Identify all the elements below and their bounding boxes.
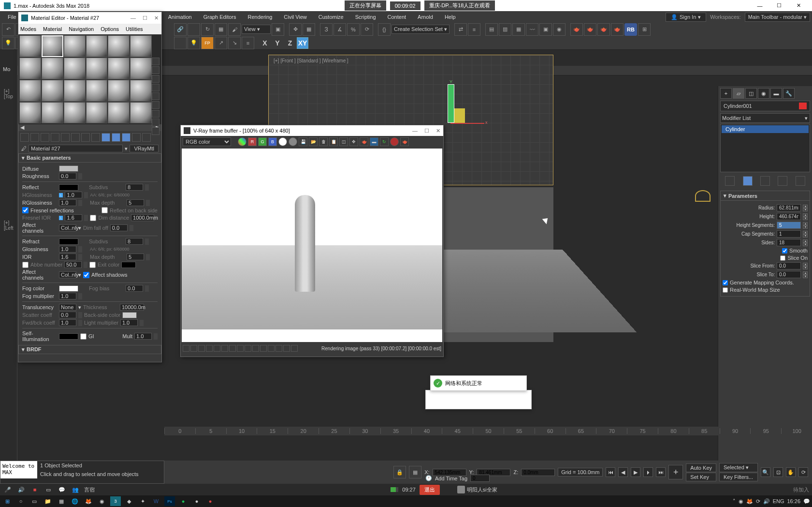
taskview-icon[interactable]: ▭: [29, 496, 40, 506]
play-button[interactable]: ▶: [631, 467, 640, 477]
assign-button[interactable]: [41, 133, 49, 142]
slicefrom-input[interactable]: [777, 262, 801, 269]
vray-max[interactable]: ☐: [424, 128, 429, 134]
render-setup-button[interactable]: 🫖: [570, 23, 583, 36]
radius-input[interactable]: [777, 204, 801, 211]
grid-button[interactable]: ⊞: [638, 23, 651, 36]
vray-region-button[interactable]: ✥: [349, 137, 358, 146]
mat-slot[interactable]: [130, 80, 152, 102]
preview-button[interactable]: [152, 101, 160, 109]
sel-lock-button[interactable]: 🔒: [393, 466, 406, 478]
mat-slot[interactable]: [86, 58, 108, 79]
display-tab[interactable]: ▬: [770, 88, 782, 99]
mat-id-button[interactable]: [152, 127, 160, 135]
go-forward-button[interactable]: [142, 133, 151, 142]
mat-slot[interactable]: [130, 35, 152, 57]
mat-slot[interactable]: [64, 35, 86, 57]
prev-frame-button[interactable]: ◀: [618, 467, 628, 477]
basic-params-header[interactable]: ▾ Basic parameters: [18, 153, 161, 163]
link-button[interactable]: 🔗: [174, 23, 187, 36]
sceneexpl-button[interactable]: ▥: [499, 23, 511, 36]
undo-button[interactable]: ↶: [2, 23, 14, 36]
speaker-icon[interactable]: 🔊: [16, 485, 26, 494]
frame-input[interactable]: [470, 475, 490, 482]
mat-slot[interactable]: [130, 102, 152, 124]
vray-save-button[interactable]: 💾: [299, 137, 307, 146]
schematic-button[interactable]: ▣: [539, 23, 552, 36]
app2-icon[interactable]: ◆: [124, 496, 134, 506]
mat-slot[interactable]: [86, 102, 108, 124]
tray-icon[interactable]: ◉: [739, 498, 743, 505]
x-axis-gizmo[interactable]: [450, 123, 484, 124]
reset-button[interactable]: [51, 133, 59, 142]
view-combo[interactable]: View ▾: [242, 25, 271, 34]
refract-swatch[interactable]: [59, 239, 78, 245]
fog-color-swatch[interactable]: [59, 285, 78, 292]
vray-render-button[interactable]: 🫖: [400, 137, 409, 146]
mat-menu-options[interactable]: Options: [101, 26, 119, 32]
material-type-button[interactable]: VRayMtl: [130, 145, 159, 152]
material-name-input[interactable]: [29, 145, 123, 152]
vray-mono-button[interactable]: [278, 137, 287, 146]
maximize-button[interactable]: ☐: [769, 0, 789, 11]
show-end-button[interactable]: [112, 133, 120, 142]
mat-slot[interactable]: [42, 80, 63, 102]
angle-snap-button[interactable]: ∡: [334, 23, 346, 36]
bind-button[interactable]: [174, 37, 187, 49]
create-tab[interactable]: +: [720, 88, 732, 99]
vray-dup-button[interactable]: ◫: [339, 137, 348, 146]
height-spinner[interactable]: ▴▾: [803, 213, 808, 220]
ime-label[interactable]: ENG: [773, 498, 784, 504]
tray-net-icon[interactable]: ⟳: [756, 498, 760, 505]
network-notification[interactable]: ✓ 网络和系统正常: [430, 375, 527, 391]
setkey-button[interactable]: Set Key: [686, 473, 716, 481]
mirror-button[interactable]: ⇄: [454, 23, 467, 36]
chat-user-1[interactable]: 明阳人si全家: [457, 486, 497, 493]
mat-slot[interactable]: [64, 102, 86, 124]
align-button[interactable]: ≡: [468, 23, 480, 36]
share-icon[interactable]: ▭: [44, 485, 53, 494]
tray-fox-icon[interactable]: 🦊: [746, 498, 753, 505]
affect-shadows-checkbox[interactable]: [83, 272, 89, 278]
menu-arnold[interactable]: Arnold: [412, 12, 439, 22]
mat-slot[interactable]: [108, 58, 130, 79]
motion-tab[interactable]: ◉: [758, 88, 769, 99]
dropper-icon[interactable]: 🖊: [21, 146, 27, 151]
vray-stop-button[interactable]: [390, 137, 399, 146]
mateditor-max[interactable]: ☐: [143, 15, 147, 21]
layer-button[interactable]: ▤: [485, 23, 498, 36]
hierarchy-tab[interactable]: ◫: [745, 88, 757, 99]
mat-menu-utilities[interactable]: Utilities: [126, 26, 143, 32]
modify-tab[interactable]: ▱: [733, 88, 744, 99]
render-iter-button[interactable]: 🫖: [611, 23, 624, 36]
mat-slot[interactable]: [108, 80, 130, 102]
brdf-rollout-header[interactable]: ▾ BRDF: [18, 345, 161, 354]
backlight-button[interactable]: [152, 66, 160, 74]
rb-button[interactable]: RB: [624, 23, 637, 36]
notifications-icon[interactable]: 💬: [803, 498, 810, 505]
vray-b-button[interactable]: B: [268, 137, 277, 146]
put-to-scene-button[interactable]: [30, 133, 39, 142]
vray-channel-combo[interactable]: RGB color: [183, 137, 231, 146]
app3-icon[interactable]: ✦: [137, 496, 148, 506]
vray-alpha-button[interactable]: [289, 137, 297, 146]
coord-z[interactable]: [521, 469, 555, 476]
axis-xy-button[interactable]: XY: [297, 37, 308, 49]
mat-slot[interactable]: [64, 58, 86, 79]
mateditor-titlebar[interactable]: Material Editor - Material #27 —☐✕: [18, 12, 161, 24]
goto-start-button[interactable]: ⏮: [606, 467, 615, 477]
refresh-button[interactable]: ↻: [201, 23, 214, 36]
sides-input[interactable]: [777, 239, 801, 246]
next-frame-button[interactable]: ⏵: [643, 467, 653, 477]
percent-snap-button[interactable]: %: [347, 23, 360, 36]
render-prod-button[interactable]: 🫖: [597, 23, 610, 36]
get-material-button[interactable]: [20, 133, 29, 142]
go-parent-button[interactable]: [122, 133, 130, 142]
word-icon[interactable]: W: [151, 496, 161, 506]
parameters-rollout-header[interactable]: ▾ Parameters: [720, 191, 810, 201]
tray-up-icon[interactable]: ˄: [733, 498, 736, 505]
unlink-button[interactable]: [188, 23, 200, 36]
menu-animation[interactable]: Animation: [162, 12, 198, 22]
menu-help[interactable]: Help: [439, 12, 462, 22]
members-icon[interactable]: 👥: [71, 485, 80, 494]
